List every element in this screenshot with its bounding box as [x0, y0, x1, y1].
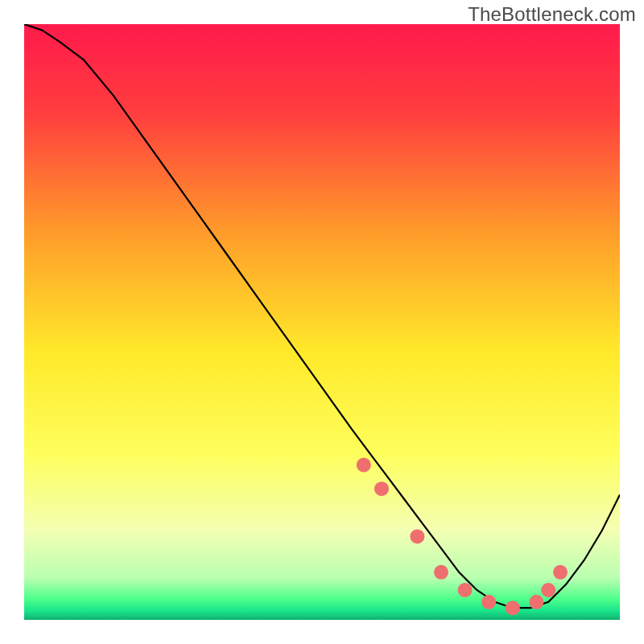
chart-container: TheBottleneck.com — [0, 0, 644, 644]
chart-svg — [24, 24, 620, 620]
highlight-dot — [529, 595, 543, 609]
highlight-dot — [506, 601, 520, 615]
highlight-dot — [374, 481, 389, 496]
highlight-dot — [357, 458, 371, 473]
highlight-dot — [541, 583, 555, 597]
gradient-background — [24, 24, 620, 620]
plot-area — [24, 24, 620, 620]
attribution-text: TheBottleneck.com — [468, 3, 636, 26]
highlight-dot — [481, 595, 496, 609]
highlight-dot — [553, 565, 568, 580]
highlight-dot — [434, 565, 448, 580]
highlight-dot — [410, 529, 424, 543]
highlight-dot — [458, 583, 473, 597]
